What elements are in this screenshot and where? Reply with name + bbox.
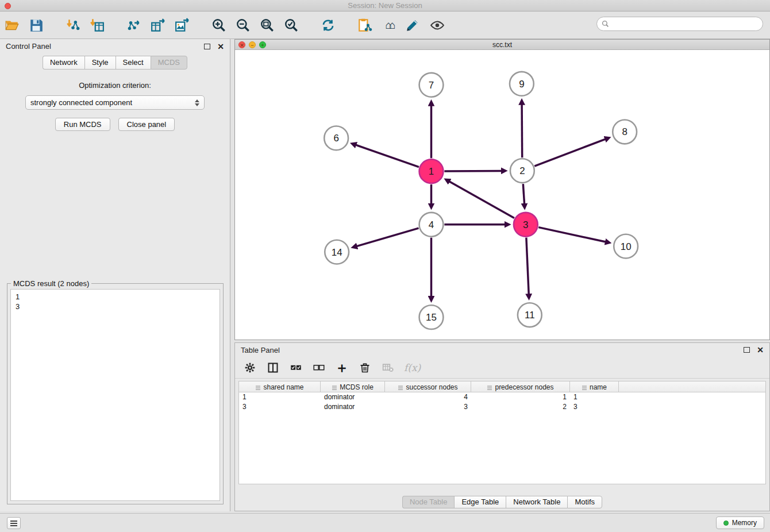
optimization-criterion-label: Optimization criterion: xyxy=(0,81,230,90)
table-row[interactable]: 3dominator323 xyxy=(239,402,765,412)
table-cell[interactable]: 1 xyxy=(471,392,570,402)
table-cell[interactable]: 2 xyxy=(471,402,570,412)
edge-1-6[interactable] xyxy=(356,145,419,167)
window-titlebar: Session: New Session xyxy=(0,0,770,11)
delete-table-icon-disabled xyxy=(381,361,395,375)
run-mcds-button[interactable]: Run MCDS xyxy=(55,118,110,131)
network-canvas[interactable]: 7968124314101511 xyxy=(235,51,769,340)
tab-network[interactable]: Network xyxy=(43,56,84,70)
task-history-button[interactable] xyxy=(7,517,21,529)
node-6[interactable]: 6 xyxy=(324,126,348,150)
node-4[interactable]: 4 xyxy=(419,213,444,237)
delete-column-icon[interactable] xyxy=(358,361,372,375)
column-header-name[interactable]: name xyxy=(570,381,619,392)
show-hide-icon[interactable] xyxy=(428,16,447,35)
edge-3-1[interactable] xyxy=(449,182,514,218)
column-header-mcds-role[interactable]: MCDS role xyxy=(321,381,385,392)
edge-4-14[interactable] xyxy=(357,228,419,246)
tab-network-table[interactable]: Network Table xyxy=(506,496,567,508)
zoom-in-icon[interactable] xyxy=(209,16,229,35)
edge-2-8[interactable] xyxy=(534,139,605,166)
network-view-window: ✕ − + scc.txt 7968124314101511 xyxy=(234,39,770,340)
tab-edge-table[interactable]: Edge Table xyxy=(454,496,506,508)
network-window-titlebar[interactable]: ✕ − + scc.txt xyxy=(235,40,769,50)
home-layout-icon[interactable]: ⌂⌂ xyxy=(379,16,399,35)
close-panel-icon[interactable]: ✕ xyxy=(217,43,224,51)
table-cell[interactable]: 3 xyxy=(239,402,321,412)
node-8[interactable]: 8 xyxy=(613,120,637,144)
table-cell[interactable]: 3 xyxy=(570,402,619,412)
refresh-icon[interactable] xyxy=(318,16,338,35)
column-header-label: MCDS role xyxy=(340,383,374,391)
table-cell[interactable]: dominator xyxy=(321,392,385,402)
window-close-button[interactable] xyxy=(5,3,11,9)
table-cell[interactable]: 1 xyxy=(570,392,619,402)
node-3-selected[interactable]: 3 xyxy=(514,213,538,237)
clipboard-network-icon[interactable] xyxy=(355,16,375,35)
show-columns-icon[interactable] xyxy=(266,361,280,375)
tab-mcds[interactable]: MCDS xyxy=(151,56,187,70)
edge-2-3[interactable] xyxy=(523,184,524,204)
mcds-result-title: MCDS result (2 nodes) xyxy=(11,279,91,288)
node-2[interactable]: 2 xyxy=(510,159,534,183)
export-table-icon[interactable] xyxy=(148,16,168,35)
column-header-shared-name[interactable]: shared name xyxy=(239,381,321,392)
table-cell[interactable]: 4 xyxy=(385,392,471,402)
apply-style-icon[interactable] xyxy=(403,16,423,35)
node-1-selected[interactable]: 1 xyxy=(419,159,444,183)
node-table[interactable]: shared nameMCDS rolesuccessor nodesprede… xyxy=(238,381,766,484)
zoom-fit-icon[interactable] xyxy=(257,16,277,35)
application-window: Session: New Session xyxy=(0,0,770,532)
import-network-icon[interactable] xyxy=(63,16,83,35)
memory-button[interactable]: Memory xyxy=(716,516,764,529)
list-icon xyxy=(10,523,17,524)
node-7[interactable]: 7 xyxy=(419,73,444,97)
table-cell[interactable]: 1 xyxy=(239,392,321,402)
zoom-selected-icon[interactable] xyxy=(282,16,301,35)
mcds-result-list[interactable]: 13 xyxy=(10,289,220,501)
edge-3-11[interactable] xyxy=(526,238,529,295)
node-14[interactable]: 14 xyxy=(325,240,349,264)
column-header-predecessor-nodes[interactable]: predecessor nodes xyxy=(471,381,570,392)
save-session-icon[interactable] xyxy=(26,16,46,35)
tab-motifs[interactable]: Motifs xyxy=(567,496,602,508)
add-column-icon[interactable]: ＋ xyxy=(335,361,349,375)
table-float-panel-icon[interactable] xyxy=(744,347,750,353)
close-panel-button[interactable]: Close panel xyxy=(118,118,175,131)
export-image-icon[interactable] xyxy=(172,16,192,35)
export-network-icon[interactable] xyxy=(124,16,144,35)
mcds-result-line: 1 xyxy=(16,292,215,302)
search-box[interactable] xyxy=(596,17,763,31)
table-body: 1dominator4113dominator323 xyxy=(239,392,765,412)
tab-style[interactable]: Style xyxy=(84,56,116,70)
import-table-icon[interactable] xyxy=(87,16,107,35)
tab-node-table[interactable]: Node Table xyxy=(402,496,455,508)
edge-1-2[interactable] xyxy=(444,171,502,171)
table-panel: Table Panel ✕ ＋ f(x) xyxy=(234,342,770,511)
column-header-successor-nodes[interactable]: successor nodes xyxy=(385,381,471,392)
edge-3-10[interactable] xyxy=(538,228,606,242)
table-settings-gear-icon[interactable] xyxy=(243,361,257,375)
float-panel-icon[interactable] xyxy=(204,44,210,49)
table-row[interactable]: 1dominator411 xyxy=(239,392,765,402)
unselect-all-columns-icon[interactable] xyxy=(312,361,326,375)
zoom-out-icon[interactable] xyxy=(233,16,253,35)
node-9[interactable]: 9 xyxy=(510,72,534,96)
optimization-criterion-dropdown[interactable]: strongly connected component xyxy=(25,95,205,110)
tab-select[interactable]: Select xyxy=(116,56,151,70)
edge-2-9[interactable] xyxy=(522,105,522,158)
network-window-title: scc.txt xyxy=(235,41,769,49)
node-label: 1 xyxy=(429,166,434,177)
node-10[interactable]: 10 xyxy=(614,234,638,259)
table-cell[interactable]: 3 xyxy=(385,402,471,412)
table-close-panel-icon[interactable]: ✕ xyxy=(757,346,764,354)
select-all-columns-icon[interactable] xyxy=(289,361,303,375)
search-input[interactable] xyxy=(612,20,758,28)
node-11[interactable]: 11 xyxy=(518,303,542,327)
dropdown-arrows-icon xyxy=(195,99,199,106)
network-graph[interactable]: 7968124314101511 xyxy=(235,51,769,340)
column-sort-icon xyxy=(398,384,403,390)
table-cell[interactable]: dominator xyxy=(321,402,385,412)
open-file-icon[interactable] xyxy=(2,16,22,35)
node-15[interactable]: 15 xyxy=(419,305,444,329)
